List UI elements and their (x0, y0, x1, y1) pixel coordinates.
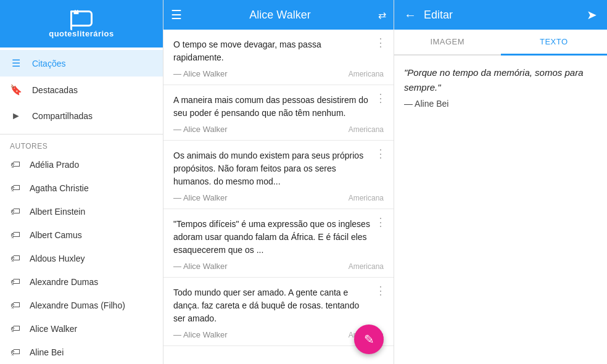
nav-section: ☰ Citações 🔖 Destacadas ► Compartilhadas (0, 48, 163, 131)
logo-normal: quotes (49, 29, 77, 38)
tab-texto[interactable]: TEXTO (501, 30, 608, 56)
quote-card-3: ⋮ Os animais do mundo existem para seus … (163, 141, 394, 209)
quote-menu-icon-2[interactable]: ⋮ (375, 93, 386, 104)
quote-text-1: O tempo se move devagar, mas passa rapid… (173, 38, 384, 64)
quote-nationality-1: Americana (349, 70, 384, 78)
author-item-aldous[interactable]: 🏷 Aldous Huxley (0, 247, 163, 270)
quote-meta-3: — Alice Walker Americana (173, 193, 384, 202)
quote-meta-1: — Alice Walker Americana (173, 69, 384, 78)
author-item-albert-e[interactable]: 🏷 Albert Einstein (0, 200, 163, 223)
author-item-aline[interactable]: 🏷 Aline Bei (0, 341, 163, 364)
middle-hamburger-icon[interactable]: ☰ (171, 7, 182, 22)
share-icon: ► (10, 110, 22, 122)
app-header: ❝ quotesliterários (0, 0, 163, 48)
author-icon-agatha: 🏷 (10, 183, 21, 194)
author-icon-albert-e: 🏷 (10, 206, 21, 217)
left-panel: ❝ quotesliterários ☰ Citações 🔖 Destacad… (0, 0, 163, 364)
send-icon[interactable]: ➤ (587, 7, 597, 22)
author-item-adelia[interactable]: 🏷 Adélia Prado (0, 153, 163, 176)
author-name-alexandre: Alexandre Dumas (30, 277, 98, 287)
hamburger-icon: ☰ (10, 57, 22, 69)
quotes-list: ⋮ O tempo se move devagar, mas passa rap… (163, 30, 394, 364)
right-quote-author: — Aline Bei (404, 99, 597, 109)
nav-item-compartilhadas[interactable]: ► Compartilhadas (0, 103, 163, 129)
right-header: ← Editar ➤ (394, 0, 607, 30)
authors-list: 🏷 Adélia Prado 🏷 Agatha Christie 🏷 Alber… (0, 153, 163, 364)
quote-nationality-3: Americana (349, 194, 384, 202)
fab-edit-icon: ✎ (364, 332, 374, 347)
author-icon-aline: 🏷 (10, 347, 21, 358)
quote-menu-icon-5[interactable]: ⋮ (375, 285, 386, 296)
author-item-alexandre-f[interactable]: 🏷 Alexandre Dumas (Filho) (0, 294, 163, 317)
quote-menu-icon-4[interactable]: ⋮ (375, 217, 386, 228)
quote-text-3: Os animais do mundo existem para seus pr… (173, 149, 384, 188)
bookmark-icon: 🔖 (10, 84, 22, 96)
quote-author-3: — Alice Walker (173, 193, 228, 202)
back-icon[interactable]: ← (404, 8, 416, 22)
app-logo-icon: ❝ (68, 9, 95, 28)
quote-menu-icon-3[interactable]: ⋮ (375, 148, 386, 159)
author-item-agatha[interactable]: 🏷 Agatha Christie (0, 176, 163, 200)
author-name-alice: Alice Walker (30, 324, 77, 334)
nav-item-citacoes[interactable]: ☰ Citações (0, 50, 163, 77)
nav-label-destacadas: Destacadas (32, 85, 78, 95)
quote-nationality-2: Americana (349, 125, 384, 134)
quote-text-5: Todo mundo quer ser amado. A gente canta… (173, 286, 384, 325)
author-item-alice[interactable]: 🏷 Alice Walker (0, 317, 163, 341)
fab-edit-button[interactable]: ✎ (354, 325, 384, 354)
middle-panel: ☰ Alice Walker ⇄ ⋮ O tempo se move devag… (163, 0, 394, 364)
quote-author-4: — Alice Walker (173, 262, 228, 271)
middle-header: ☰ Alice Walker ⇄ (163, 0, 394, 30)
author-icon-alice: 🏷 (10, 323, 21, 334)
quote-card-4: ⋮ "Tempos difíceis" é uma expressão que … (163, 209, 394, 278)
quote-card-2: ⋮ A maneira mais comum das pessoas desis… (163, 85, 394, 141)
quote-card-1: ⋮ O tempo se move devagar, mas passa rap… (163, 30, 394, 85)
shuffle-icon[interactable]: ⇄ (378, 9, 386, 21)
author-name-albert-e: Albert Einstein (30, 207, 85, 217)
author-name-adelia: Adélia Prado (30, 160, 79, 170)
quote-menu-icon-1[interactable]: ⋮ (375, 37, 386, 48)
tab-imagem[interactable]: IMAGEM (394, 30, 501, 56)
quote-meta-5: — Alice Walker Americana (173, 330, 384, 339)
author-name-aldous: Aldous Huxley (30, 254, 85, 263)
quote-nationality-4: Americana (349, 262, 384, 271)
quote-text-2: A maneira mais comum das pessoas desisti… (173, 94, 384, 120)
right-quote-text: "Porque no tempo da memória, somos para … (404, 65, 597, 95)
middle-title: Alice Walker (189, 9, 371, 22)
logo-bold: literários (77, 29, 114, 38)
author-icon-albert-c: 🏷 (10, 230, 21, 241)
quote-author-1: — Alice Walker (173, 69, 228, 78)
right-content: "Porque no tempo da memória, somos para … (394, 56, 607, 364)
author-name-albert-c: Albert Camus (30, 230, 82, 240)
quote-author-2: — Alice Walker (173, 125, 228, 134)
author-name-aline: Aline Bei (30, 347, 64, 357)
nav-label-citacoes: Citações (32, 59, 65, 68)
author-item-albert-c[interactable]: 🏷 Albert Camus (0, 223, 163, 247)
author-icon-alexandre: 🏷 (10, 276, 21, 287)
nav-divider (0, 134, 163, 134)
nav-item-destacadas[interactable]: 🔖 Destacadas (0, 77, 163, 103)
quote-text-4: "Tempos difíceis" é uma expressão que os… (173, 218, 384, 257)
authors-section-label: Autores (0, 137, 163, 153)
quote-mark-icon: ❝ (73, 9, 79, 20)
author-name-agatha: Agatha Christie (30, 183, 89, 193)
nav-label-compartilhadas: Compartilhadas (32, 111, 93, 121)
right-tabs: IMAGEM TEXTO (394, 30, 607, 56)
right-title: Editar (424, 9, 579, 22)
quote-meta-4: — Alice Walker Americana (173, 262, 384, 271)
app-logo-text: quotesliterários (49, 29, 114, 38)
quote-author-5: — Alice Walker (173, 330, 228, 339)
author-name-alexandre-f: Alexandre Dumas (Filho) (30, 300, 125, 310)
quote-meta-2: — Alice Walker Americana (173, 125, 384, 134)
right-panel: ← Editar ➤ IMAGEM TEXTO "Porque no tempo… (394, 0, 607, 364)
author-icon-aldous: 🏷 (10, 253, 21, 264)
author-item-alexandre[interactable]: 🏷 Alexandre Dumas (0, 270, 163, 294)
author-icon-alexandre-f: 🏷 (10, 300, 21, 311)
author-icon-adelia: 🏷 (10, 159, 21, 170)
